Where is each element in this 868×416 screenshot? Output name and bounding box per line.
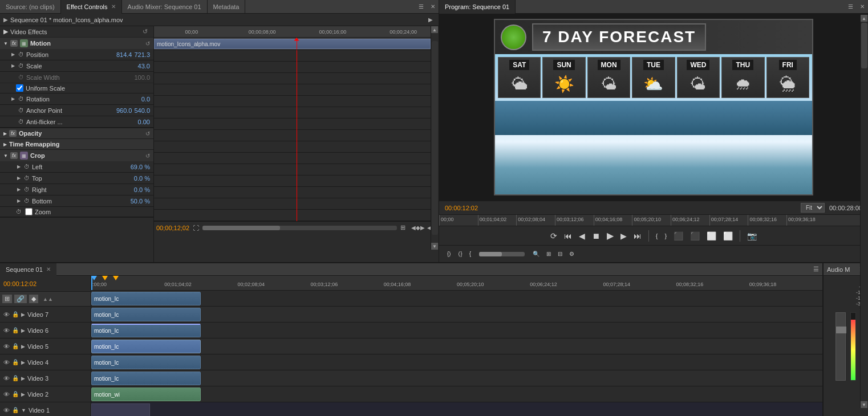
track-expand-video5[interactable]: ▶ <box>21 344 25 349</box>
zoom-out-icon[interactable]: ⛶ <box>193 225 199 231</box>
clip-video4[interactable]: motion_Ic <box>91 340 201 353</box>
track-eye-video6[interactable]: 👁 <box>3 327 10 334</box>
scale-expand-icon[interactable]: ▶ <box>11 63 16 68</box>
program-close-icon[interactable]: ✕ <box>857 3 868 10</box>
crop-left-stopwatch[interactable]: ⏱ <box>24 164 30 170</box>
time-remapping-title[interactable]: ▶ Time Remapping <box>0 139 153 149</box>
link-btn[interactable]: 🔗 <box>14 295 27 303</box>
track-expand-video2[interactable]: ▶ <box>21 391 25 397</box>
safe-margin-btn[interactable]: ⊞ <box>544 250 553 258</box>
play-next-frame-btn[interactable]: ▶ <box>618 230 629 242</box>
track-eye-video1[interactable]: 👁 <box>3 407 10 414</box>
lift-btn[interactable]: ⬜ <box>704 230 719 242</box>
tab-sequence01[interactable]: Sequence 01 ✕ <box>0 263 56 276</box>
track-eye-video3[interactable]: 👁 <box>3 375 10 382</box>
clip-video1[interactable]: motion_wi <box>91 388 201 401</box>
tab-effect-controls[interactable]: Effect Controls ✕ <box>61 0 122 14</box>
audio-fader[interactable] <box>835 312 846 381</box>
clip-video2[interactable]: motion_Ic <box>91 372 201 385</box>
track-expand-video6[interactable]: ▶ <box>21 328 25 333</box>
track-lock-video1[interactable]: 🔒 <box>12 407 19 413</box>
position-value1[interactable]: 814.4 <box>116 51 132 58</box>
extract-btn[interactable]: ⬜ <box>721 230 735 242</box>
timeline-playhead[interactable] <box>297 38 297 50</box>
prev-keyframe-btn[interactable]: ◀ <box>411 225 416 231</box>
clip-header-arrow[interactable]: ▶ <box>428 17 433 23</box>
rotation-value[interactable]: 0.0 <box>141 96 150 103</box>
track-expand-video4[interactable]: ▶ <box>21 360 25 365</box>
track-lock-video2[interactable]: 🔒 <box>12 391 19 397</box>
crop-bottom-value[interactable]: 50.0 % <box>131 198 150 205</box>
crop-top-stopwatch[interactable]: ⏱ <box>24 175 30 181</box>
crop-bottom-stopwatch[interactable]: ⏱ <box>24 198 30 204</box>
program-panel-menu[interactable]: ☰ <box>845 3 857 10</box>
track-lock-video5[interactable]: 🔒 <box>12 343 19 349</box>
step-fwd-btn[interactable]: ⏭ <box>631 230 644 242</box>
fader-knob[interactable] <box>836 327 846 333</box>
audio-scrub-slider[interactable] <box>479 252 525 256</box>
seq-panel-menu[interactable]: ☰ <box>810 266 822 273</box>
output-btn[interactable]: ⊟ <box>555 250 565 258</box>
uniform-scale-checkbox[interactable] <box>16 84 23 92</box>
anti-flicker-value[interactable]: 0.00 <box>138 119 150 125</box>
track-eye-video7[interactable]: 👁 <box>3 311 10 318</box>
settings-btn[interactable]: ⚙ <box>567 250 577 258</box>
crop-top-value[interactable]: 0.0 % <box>134 175 150 182</box>
reset-motion-icon[interactable]: ↺ <box>145 40 150 47</box>
zoom-stopwatch-icon[interactable]: ⏱ <box>16 209 22 215</box>
track-expand-video3[interactable]: ▶ <box>21 376 25 381</box>
motion-effect-title[interactable]: ▼ fx ▦ Motion ↺ <box>0 38 153 49</box>
track-lock-video6[interactable]: 🔒 <box>12 327 19 333</box>
add-keyframe-btn[interactable]: ◆ <box>416 225 420 231</box>
overwrite-btn[interactable]: ⬛ <box>688 230 702 242</box>
add-marker-btn[interactable]: ◆ <box>29 295 38 303</box>
tab-source[interactable]: Source: (no clips) <box>0 0 61 14</box>
zoom-in-icon[interactable]: ⊞ <box>400 224 405 231</box>
crop-right-value[interactable]: 0.0 % <box>134 186 150 193</box>
track-eye-video2[interactable]: 👁 <box>3 391 10 398</box>
track-lock-video7[interactable]: 🔒 <box>12 311 19 317</box>
anti-flicker-stopwatch-icon[interactable]: ⏱ <box>18 119 24 125</box>
program-timecode-left[interactable]: 00:00:12:02 <box>445 205 796 211</box>
track-lock-video3[interactable]: 🔒 <box>12 375 19 381</box>
track-expand-video7[interactable]: ▶ <box>21 312 25 317</box>
trim-btn[interactable]: ⟨} <box>456 250 464 258</box>
effect-timecode[interactable]: 00;00;12;02 <box>156 225 189 231</box>
tab-audio-mixer[interactable]: Audio Mixer: Sequence 01 <box>122 0 208 14</box>
timeline-scrollbar[interactable] <box>202 226 397 230</box>
tab-program[interactable]: Program: Sequence 01 <box>439 0 516 14</box>
next-keyframe-btn[interactable]: ▶ <box>420 225 425 231</box>
crop-bottom-expand[interactable]: ▶ <box>17 198 22 203</box>
track-lock-video4[interactable]: 🔒 <box>12 359 19 365</box>
seq-tab-close[interactable]: ✕ <box>46 266 51 272</box>
reset-opacity-icon[interactable]: ↺ <box>145 130 150 137</box>
zoom-btn[interactable]: 🔍 <box>530 250 542 258</box>
anchor-value1[interactable]: 960.0 <box>116 107 132 114</box>
scale-value[interactable]: 43.0 <box>138 63 150 70</box>
export-frame-btn[interactable]: 📷 <box>745 230 759 242</box>
anchor-stopwatch-icon[interactable]: ⏱ <box>18 107 24 113</box>
in-point-btn[interactable]: { <box>654 231 660 240</box>
rotation-stopwatch-icon[interactable]: ⏱ <box>18 96 24 102</box>
scale-stopwatch-icon[interactable]: ⏱ <box>18 63 24 69</box>
clip-video6[interactable]: motion_Ic <box>91 308 201 321</box>
stop-btn[interactable]: ⏹ <box>590 230 602 242</box>
step-back-btn[interactable]: ⏮ <box>562 230 574 242</box>
crop-left-expand[interactable]: ▶ <box>17 164 22 169</box>
vscroll-up[interactable]: ▲ <box>431 26 438 33</box>
seq-timecode[interactable]: 00:00:12:02 <box>3 280 36 287</box>
clip-video5[interactable]: motion_Ic <box>91 324 201 337</box>
track-expand-video1[interactable]: ▼ <box>21 407 26 413</box>
panel-close-icon[interactable]: ✕ <box>427 3 439 10</box>
play-btn[interactable]: ▶ <box>605 229 616 242</box>
rotation-expand-icon[interactable]: ▶ <box>11 96 16 101</box>
trim-fwd-btn[interactable]: { <box>467 250 473 258</box>
tab-metadata[interactable]: Metadata <box>208 0 246 14</box>
snap-btn[interactable]: ⊞ <box>2 295 12 303</box>
anchor-value2[interactable]: 540.0 <box>134 107 150 114</box>
crop-top-expand[interactable]: ▶ <box>17 176 22 181</box>
clip-video3[interactable]: motion_Ic <box>91 356 201 369</box>
close-icon[interactable]: ✕ <box>111 3 116 10</box>
zoom-checkbox[interactable] <box>25 208 33 215</box>
crop-left-value[interactable]: 69.0 % <box>131 164 150 170</box>
